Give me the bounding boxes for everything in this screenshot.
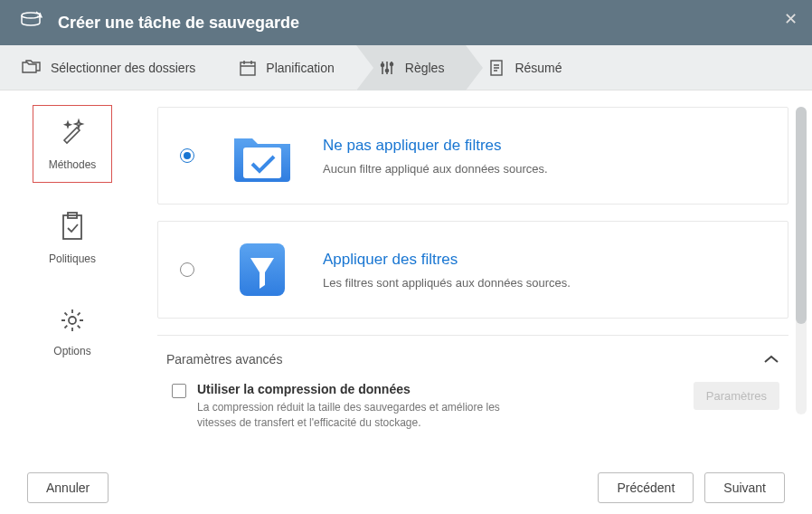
scrollbar[interactable] bbox=[796, 107, 807, 414]
option-apply-filter[interactable]: Appliquer des filtres Les filtres sont a… bbox=[157, 221, 788, 319]
svg-point-3 bbox=[385, 69, 388, 71]
tab-schedule[interactable]: Planification bbox=[217, 45, 356, 90]
option-no-filter[interactable]: Ne pas appliquer de filtres Aucun filtre… bbox=[157, 107, 788, 205]
sidebar-item-methods[interactable]: Méthodes bbox=[33, 105, 112, 183]
option-title: Appliquer des filtres bbox=[323, 251, 766, 269]
option-desc: Les filtres sont appliqués aux données s… bbox=[323, 276, 766, 290]
compression-desc: La compression réduit la taille des sauv… bbox=[197, 400, 532, 431]
summary-icon bbox=[487, 59, 505, 77]
compression-label: Utiliser la compression de données bbox=[197, 382, 683, 396]
window-title: Créer une tâche de sauvegarde bbox=[58, 14, 299, 33]
radio-no-filter[interactable] bbox=[180, 148, 194, 163]
svg-rect-1 bbox=[241, 62, 255, 75]
advanced-section: Paramètres avancés Utiliser la compressi… bbox=[157, 335, 788, 434]
sliders-icon bbox=[378, 59, 396, 77]
sidebar: Méthodes Politiques Options bbox=[0, 90, 145, 460]
folder-check-icon bbox=[231, 128, 294, 184]
scrollbar-thumb[interactable] bbox=[796, 107, 807, 324]
tab-label: Planification bbox=[266, 61, 335, 75]
advanced-title: Paramètres avancés bbox=[166, 352, 282, 366]
compression-params-button: Paramètres bbox=[694, 382, 779, 410]
wizard-tabs: Sélectionner des dossiers Planification … bbox=[0, 45, 812, 90]
compression-checkbox[interactable] bbox=[172, 384, 186, 398]
previous-button[interactable]: Précédent bbox=[598, 472, 694, 503]
sidebar-item-options[interactable]: Options bbox=[33, 293, 112, 371]
wand-icon bbox=[57, 117, 88, 151]
chevron-up-icon bbox=[763, 348, 779, 369]
svg-point-0 bbox=[22, 13, 40, 18]
gear-icon bbox=[59, 307, 86, 338]
sidebar-item-label: Options bbox=[53, 345, 90, 357]
option-title: Ne pas appliquer de filtres bbox=[323, 137, 766, 155]
next-button[interactable]: Suivant bbox=[704, 472, 785, 503]
svg-rect-9 bbox=[243, 148, 281, 178]
clipboard-check-icon bbox=[59, 211, 86, 245]
footer: Annuler Précédent Suivant bbox=[0, 460, 812, 514]
advanced-header[interactable]: Paramètres avancés bbox=[166, 348, 779, 369]
tab-label: Résumé bbox=[515, 61, 562, 75]
tab-label: Règles bbox=[405, 61, 445, 75]
svg-point-2 bbox=[381, 63, 383, 66]
cancel-button[interactable]: Annuler bbox=[27, 472, 109, 503]
close-icon[interactable]: ✕ bbox=[784, 9, 798, 29]
sidebar-item-policies[interactable]: Politiques bbox=[33, 199, 112, 277]
sidebar-item-label: Politiques bbox=[49, 252, 96, 265]
radio-apply-filter[interactable] bbox=[180, 262, 194, 277]
funnel-icon bbox=[231, 242, 294, 298]
tab-select-folders[interactable]: Sélectionner des dossiers bbox=[0, 45, 217, 90]
folders-icon bbox=[22, 59, 42, 77]
tab-label: Sélectionner des dossiers bbox=[51, 61, 195, 75]
backup-icon bbox=[18, 10, 43, 35]
svg-point-4 bbox=[390, 62, 392, 65]
sidebar-item-label: Méthodes bbox=[49, 158, 97, 171]
svg-point-8 bbox=[69, 317, 76, 324]
option-desc: Aucun filtre appliqué aux données source… bbox=[323, 162, 766, 176]
tab-rules[interactable]: Règles bbox=[356, 45, 467, 90]
tab-summary[interactable]: Résumé bbox=[466, 45, 583, 90]
calendar-icon bbox=[239, 59, 257, 77]
window-header: Créer une tâche de sauvegarde ✕ bbox=[0, 0, 812, 45]
